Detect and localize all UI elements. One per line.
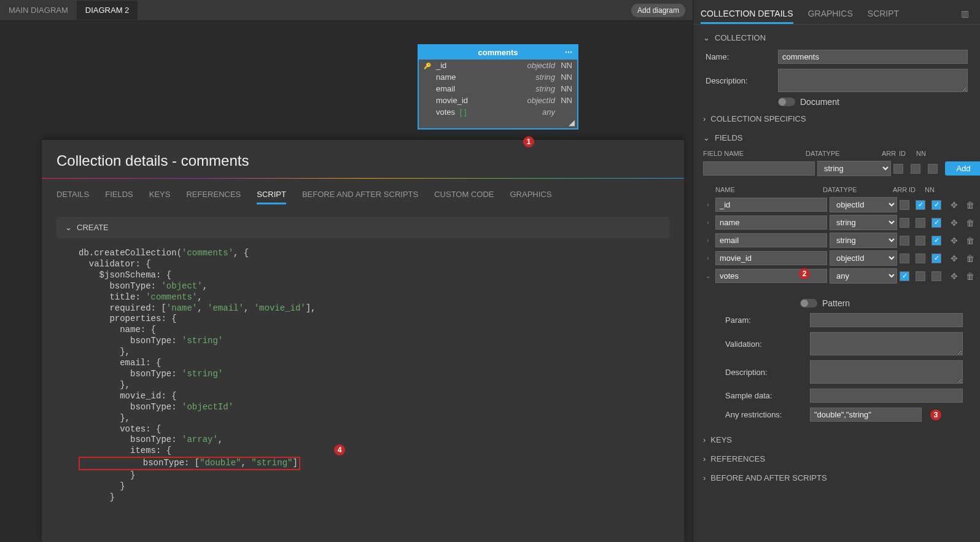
arr-checkbox[interactable] bbox=[900, 254, 909, 263]
delete-icon[interactable]: 🗑 bbox=[963, 254, 977, 263]
annotation-badge-2: 2 bbox=[799, 268, 810, 279]
delete-icon[interactable]: 🗑 bbox=[963, 218, 977, 228]
script-code[interactable]: db.createCollection('comments', { valida… bbox=[79, 248, 669, 503]
sb-tab-collection-details[interactable]: COLLECTION DETAILS bbox=[701, 5, 793, 24]
tab-script[interactable]: SCRIPT bbox=[257, 186, 286, 204]
tab-details[interactable]: DETAILS bbox=[56, 186, 89, 204]
new-field-nn-checkbox[interactable] bbox=[928, 164, 938, 174]
tab-main-diagram[interactable]: MAIN DIAGRAM bbox=[0, 1, 77, 20]
field-nn: NN bbox=[555, 61, 572, 70]
entity-header[interactable]: comments ⋯ bbox=[419, 45, 577, 60]
field-type-select[interactable]: string bbox=[830, 233, 897, 248]
move-icon[interactable]: ✥ bbox=[947, 200, 961, 210]
expand-icon[interactable]: › bbox=[703, 237, 713, 244]
expand-icon[interactable]: › bbox=[703, 219, 713, 226]
field-name: _id bbox=[432, 61, 518, 70]
id-checkbox[interactable] bbox=[916, 271, 925, 281]
nn-checkbox[interactable]: ✓ bbox=[931, 254, 941, 263]
move-icon[interactable]: ✥ bbox=[947, 271, 961, 281]
new-field-name-input[interactable] bbox=[703, 161, 815, 176]
resize-handle-icon[interactable]: ◢ bbox=[419, 118, 577, 128]
tab-references[interactable]: REFERENCES bbox=[186, 186, 241, 204]
field-name-input[interactable] bbox=[715, 233, 827, 247]
field-description-textarea[interactable] bbox=[810, 360, 963, 384]
new-field-datatype-select[interactable]: string bbox=[817, 161, 891, 176]
details-title: Collection details - comments bbox=[42, 140, 684, 178]
arr-checkbox[interactable]: ✓ bbox=[900, 271, 909, 281]
sb-tab-graphics[interactable]: GRAPHICS bbox=[808, 5, 853, 24]
field-type-select[interactable]: any bbox=[830, 268, 897, 284]
nn-checkbox[interactable]: ✓ bbox=[931, 218, 941, 228]
add-diagram-button[interactable]: Add diagram bbox=[631, 4, 685, 17]
expand-icon[interactable]: › bbox=[703, 201, 713, 208]
field-name-input[interactable] bbox=[715, 198, 827, 212]
entity-row-movie-id[interactable]: movie_id objectId NN bbox=[419, 95, 577, 106]
id-checkbox[interactable] bbox=[916, 254, 925, 263]
validation-textarea[interactable] bbox=[810, 332, 963, 355]
tab-before-after[interactable]: BEFORE AND AFTER SCRIPTS bbox=[302, 186, 418, 204]
section-keys[interactable]: › KEYS bbox=[701, 430, 973, 449]
arr-checkbox[interactable] bbox=[900, 218, 909, 228]
entity-row-votes[interactable]: votes [ ] any bbox=[419, 106, 577, 118]
move-icon[interactable]: ✥ bbox=[947, 218, 961, 228]
nn-checkbox[interactable]: ✓ bbox=[931, 236, 941, 246]
new-field-arr-checkbox[interactable] bbox=[893, 164, 903, 174]
chevron-right-icon: › bbox=[703, 435, 706, 444]
move-icon[interactable]: ✥ bbox=[947, 236, 961, 246]
field-type-select[interactable]: objectId bbox=[830, 250, 897, 266]
tab-custom-code[interactable]: CUSTOM CODE bbox=[434, 186, 494, 204]
id-checkbox[interactable] bbox=[916, 236, 925, 246]
sample-data-label: Sample data: bbox=[725, 391, 805, 400]
delete-icon[interactable]: 🗑 bbox=[963, 271, 977, 281]
document-toggle[interactable] bbox=[778, 98, 795, 106]
expand-icon[interactable]: › bbox=[703, 255, 713, 261]
new-field-id-checkbox[interactable] bbox=[911, 164, 920, 174]
field-type-select[interactable]: string bbox=[830, 215, 897, 230]
arr-checkbox[interactable] bbox=[900, 200, 909, 210]
delete-icon[interactable]: 🗑 bbox=[963, 200, 977, 210]
section-collection-specifics[interactable]: › COLLECTION SPECIFICS bbox=[701, 109, 973, 128]
section-before-after[interactable]: › BEFORE AND AFTER SCRIPTS bbox=[701, 468, 973, 487]
entity-menu-icon[interactable]: ⋯ bbox=[565, 48, 574, 56]
section-references[interactable]: › REFERENCES bbox=[701, 449, 973, 468]
create-label: CREATE bbox=[77, 223, 109, 232]
id-checkbox[interactable]: ✓ bbox=[916, 200, 925, 210]
section-collection[interactable]: ⌄ COLLECTION bbox=[701, 28, 973, 47]
create-section-header[interactable]: ⌄ CREATE bbox=[56, 217, 669, 238]
param-input[interactable] bbox=[810, 313, 963, 327]
nn-checkbox[interactable] bbox=[931, 271, 941, 281]
tab-diagram-2[interactable]: DIAGRAM 2 bbox=[77, 1, 138, 20]
move-icon[interactable]: ✥ bbox=[947, 254, 961, 263]
id-checkbox[interactable] bbox=[916, 218, 925, 228]
add-field-button[interactable]: Add bbox=[945, 161, 980, 176]
nn-checkbox[interactable]: ✓ bbox=[931, 200, 941, 210]
annotation-badge-4: 4 bbox=[334, 444, 345, 455]
sample-data-input[interactable] bbox=[810, 389, 963, 403]
expand-icon[interactable]: ⌄ bbox=[703, 273, 713, 279]
field-type: any bbox=[518, 107, 555, 117]
section-fields[interactable]: ⌄ FIELDS bbox=[701, 128, 973, 147]
delete-icon[interactable]: 🗑 bbox=[963, 236, 977, 246]
tab-fields[interactable]: FIELDS bbox=[105, 186, 133, 204]
pattern-toggle[interactable] bbox=[800, 299, 817, 308]
entity-comments[interactable]: comments ⋯ 🔑 _id objectId NN name string… bbox=[418, 44, 578, 130]
pattern-label: Pattern bbox=[822, 298, 850, 308]
name-input[interactable] bbox=[778, 50, 968, 64]
dock-icon[interactable]: ▥ bbox=[957, 5, 973, 24]
field-name-input[interactable] bbox=[715, 215, 827, 230]
field-name-input[interactable] bbox=[715, 269, 827, 283]
entity-row-email[interactable]: email string NN bbox=[419, 83, 577, 95]
field-name-input[interactable] bbox=[715, 251, 827, 265]
sb-tab-script[interactable]: SCRIPT bbox=[868, 5, 899, 24]
description-textarea[interactable] bbox=[778, 69, 968, 92]
arr-checkbox[interactable] bbox=[900, 236, 909, 246]
entity-row-name[interactable]: name string NN bbox=[419, 71, 577, 83]
entity-row-id[interactable]: 🔑 _id objectId NN bbox=[419, 60, 577, 71]
any-restrictions-input[interactable] bbox=[810, 408, 922, 422]
diagram-canvas[interactable]: comments ⋯ 🔑 _id objectId NN name string… bbox=[0, 21, 693, 150]
tab-keys[interactable]: KEYS bbox=[149, 186, 171, 204]
document-label: Document bbox=[800, 97, 839, 107]
field-type-select[interactable]: objectId bbox=[830, 197, 897, 212]
details-panel: Collection details - comments DETAILS FI… bbox=[42, 140, 684, 542]
tab-graphics[interactable]: GRAPHICS bbox=[510, 186, 551, 204]
